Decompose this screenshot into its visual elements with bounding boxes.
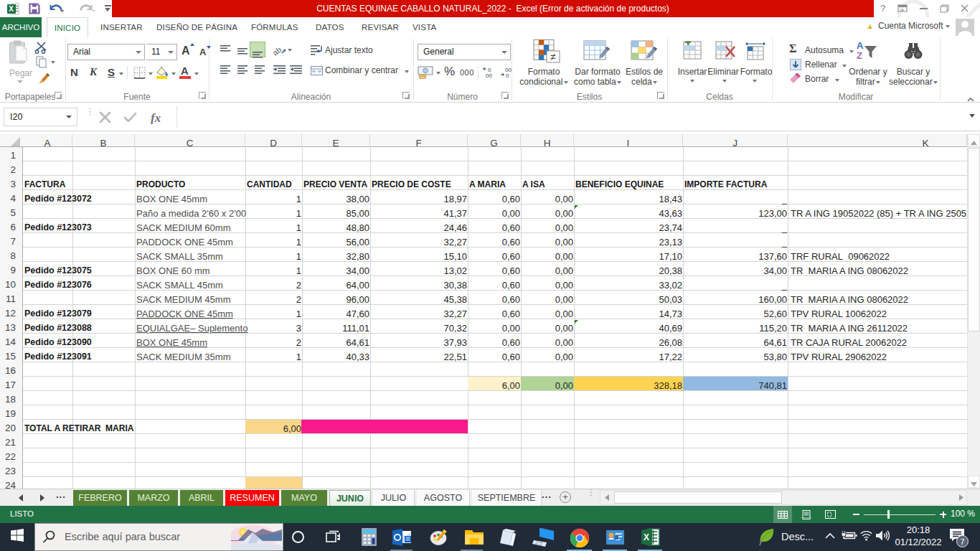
svg-text:X: X <box>644 532 649 542</box>
svg-text:Z: Z <box>857 50 862 61</box>
svg-text:00: 00 <box>486 72 492 79</box>
svg-text:X: X <box>9 5 14 13</box>
svg-text:A: A <box>857 41 864 51</box>
svg-text:fx: fx <box>151 111 161 124</box>
svg-text:0: 0 <box>506 72 509 79</box>
svg-text:≠: ≠ <box>550 51 556 62</box>
svg-text:?: ? <box>880 3 885 14</box>
svg-text:ab: ab <box>273 45 283 57</box>
